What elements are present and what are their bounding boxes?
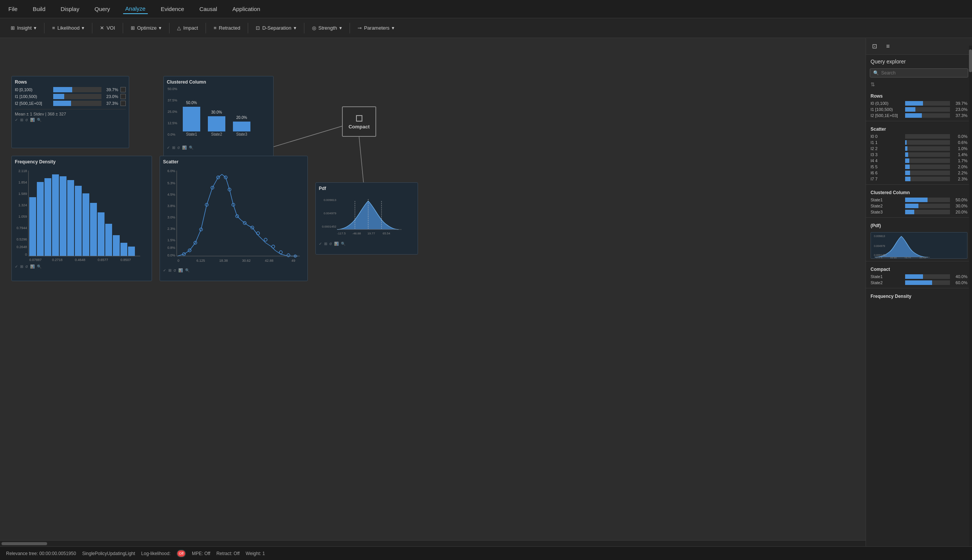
pdf-toolbar-grid[interactable]: ⊞ — [324, 242, 327, 246]
panel-list-btn[interactable]: ≡ — [885, 42, 891, 51]
clust-toolbar-check[interactable]: ✓ — [167, 145, 170, 150]
svg-rect-24 — [113, 235, 120, 256]
svg-text:0.07887: 0.07887 — [29, 258, 42, 262]
menu-causal[interactable]: Causal — [197, 4, 220, 14]
menu-application[interactable]: Application — [230, 4, 262, 14]
toolbar-voi[interactable]: ✕ VOI — [95, 23, 119, 33]
panel-header: ⊡ ≡ — [866, 38, 972, 55]
svg-text:0.4648: 0.4648 — [75, 258, 85, 262]
bar-pct-state1: 50.0% — [183, 101, 200, 105]
clust-toolbar-grid[interactable]: ⊞ — [172, 145, 175, 150]
log-likelihood-toggle[interactable]: Off — [177, 550, 186, 557]
row-bar-i1 — [53, 94, 64, 99]
svg-text:0.2648: 0.2648 — [16, 245, 27, 249]
scatter-toolbar-grid[interactable]: ⊞ — [168, 268, 172, 272]
svg-text:0.0001452: 0.0001452 — [874, 254, 887, 257]
panel-scatter-i7: I7 7 2.3% — [866, 176, 972, 182]
svg-rect-21 — [90, 203, 97, 256]
panel-scatter-bar-bg-i3 — [905, 152, 950, 157]
panel-scatter-pct-i6: 2.2% — [952, 171, 967, 175]
bar-y-labels: 50.0%37.5%25.0%12.5%0.0% — [168, 87, 177, 137]
svg-rect-16 — [52, 174, 59, 256]
freq-chart-svg: 2.118 1.854 1.589 1.324 1.059 0.7944 0.5… — [15, 167, 148, 262]
toolbar-impact[interactable]: △ Impact — [172, 23, 203, 33]
scatter-title: Scatter — [163, 159, 304, 165]
scatter-toolbar-check[interactable]: ✓ — [163, 268, 166, 272]
hscroll-thumb[interactable] — [2, 542, 47, 545]
parameters-dropdown-icon: ▾ — [392, 25, 394, 31]
pdf-toolbar-chart[interactable]: 📊 — [334, 242, 338, 246]
panel-vscroll-thumb[interactable] — [969, 49, 972, 72]
scatter-widget-toolbar: ✓ ⊞ σ 📊 🔍 — [163, 268, 304, 272]
panel-bar-bg-i0 — [905, 101, 950, 106]
svg-rect-13 — [29, 197, 36, 256]
toolbar-likelihood[interactable]: ≡ Likelihood ▾ — [47, 23, 89, 33]
panel-compact-bar-s1 — [905, 274, 923, 279]
row-check-i2[interactable] — [120, 101, 126, 106]
menu-query[interactable]: Query — [92, 4, 112, 14]
dsep-dropdown-icon: ▾ — [294, 25, 297, 31]
panel-search-input[interactable] — [881, 70, 965, 76]
scatter-toolbar-chart[interactable]: 📊 — [178, 268, 183, 272]
panel-scatter-i1: I1 1 0.6% — [866, 140, 972, 145]
panel-compact-bar-s2 — [905, 280, 932, 285]
freq-toolbar-sigma[interactable]: σ — [25, 265, 28, 268]
svg-rect-23 — [105, 224, 112, 256]
freq-toolbar-chart[interactable]: 📊 — [30, 265, 35, 268]
panel-clust-bar-s1 — [905, 198, 927, 202]
svg-text:0.009813: 0.009813 — [874, 235, 885, 237]
canvas-hscroll[interactable] — [0, 540, 865, 546]
pdf-chart-svg: 0.009813 0.004979 0.0001452 -117.5 -48.8… — [319, 193, 414, 239]
canvas[interactable]: Rows I0 [0,100) 39.7% I1 [100,500) 23.0% — [0, 38, 865, 546]
toolbar-optimize[interactable]: ⊞ Optimize ▾ — [126, 23, 166, 33]
panel-pdf-svg: 0.009813 0.004979 0.0001452 -117.5 -48.8… — [871, 233, 967, 259]
freq-toolbar-search[interactable]: 🔍 — [37, 265, 42, 268]
svg-point-56 — [257, 232, 260, 235]
toolbar-parameters[interactable]: ⊸ Parameters ▾ — [353, 23, 399, 33]
panel-clust-title: Clustered Column — [866, 187, 972, 197]
row-label-i2: I2 [500,1E+03] — [15, 101, 51, 106]
sort-icon[interactable]: ⇅ — [870, 81, 875, 87]
main-area: Rows I0 [0,100) 39.7% I1 [100,500) 23.0% — [0, 38, 972, 546]
clust-toolbar-sigma[interactable]: σ — [177, 145, 180, 150]
menu-evidence[interactable]: Evidence — [158, 4, 187, 14]
row-check-i0[interactable] — [120, 87, 126, 92]
bar-state2: 30.0% — [208, 116, 225, 132]
freq-toolbar-check[interactable]: ✓ — [15, 265, 18, 268]
rows-toolbar-search[interactable]: 🔍 — [37, 118, 42, 122]
panel-view-btn[interactable]: ⊡ — [870, 41, 879, 51]
menu-file[interactable]: File — [6, 4, 20, 14]
panel-scatter-bar-bg-i5 — [905, 165, 950, 169]
menu-analyze[interactable]: Analyze — [123, 4, 148, 14]
pdf-toolbar-sigma[interactable]: σ — [329, 242, 332, 246]
toolbar-dsep[interactable]: ⊡ D-Separation ▾ — [251, 23, 301, 33]
menu-display[interactable]: Display — [58, 4, 82, 14]
pdf-toolbar-search[interactable]: 🔍 — [341, 242, 345, 246]
svg-point-59 — [279, 251, 282, 254]
svg-text:-117.5: -117.5 — [875, 257, 882, 259]
scatter-toolbar-search[interactable]: 🔍 — [185, 268, 190, 272]
toolbar-strength[interactable]: ◎ Strength ▾ — [307, 23, 347, 33]
freq-widget-toolbar: ✓ ⊞ σ 📊 🔍 — [15, 265, 148, 268]
row-check-i1[interactable] — [120, 94, 126, 99]
menu-build[interactable]: Build — [30, 4, 47, 14]
scatter-toolbar-sigma[interactable]: σ — [173, 268, 176, 272]
svg-text:18.38: 18.38 — [219, 259, 228, 263]
freq-toolbar-grid[interactable]: ⊞ — [20, 265, 23, 268]
compact-node[interactable]: ☐ Compact — [342, 107, 376, 137]
svg-rect-26 — [128, 247, 135, 256]
panel-scatter-bar-i6 — [905, 171, 910, 175]
rows-toolbar-grid[interactable]: ⊞ — [20, 118, 23, 122]
connector-svg — [0, 38, 865, 546]
toolbar-retracted[interactable]: ≡ Retracted — [209, 23, 245, 33]
pdf-toolbar-check[interactable]: ✓ — [319, 242, 322, 246]
parameters-icon: ⊸ — [358, 25, 362, 31]
clust-toolbar-chart[interactable]: 📊 — [182, 145, 187, 150]
svg-text:0.8507: 0.8507 — [120, 258, 131, 262]
panel-scatter-bar-bg-i1 — [905, 140, 950, 145]
rows-toolbar-check[interactable]: ✓ — [15, 118, 18, 122]
clust-toolbar-search[interactable]: 🔍 — [189, 145, 193, 150]
rows-toolbar-sigma[interactable]: σ — [25, 118, 28, 122]
toolbar-insight[interactable]: ⊞ Insight ▾ — [6, 23, 41, 33]
rows-toolbar-chart[interactable]: 📊 — [30, 118, 35, 122]
